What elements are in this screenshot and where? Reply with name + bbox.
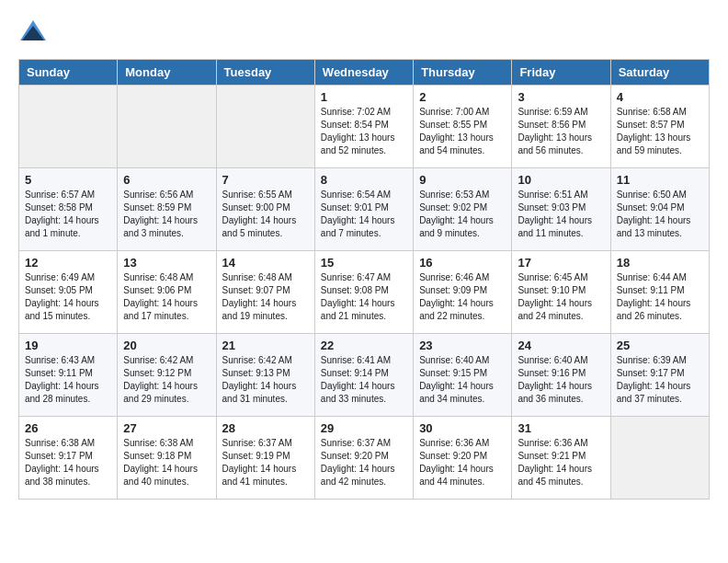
weekday-header-thursday: Thursday xyxy=(414,60,512,86)
day-number: 21 xyxy=(222,339,309,352)
calendar-cell: 1Sunrise: 7:02 AM Sunset: 8:54 PM Daylig… xyxy=(314,86,413,168)
weekday-header-friday: Friday xyxy=(512,60,610,86)
day-info: Sunrise: 7:00 AM Sunset: 8:55 PM Dayligh… xyxy=(419,106,506,157)
day-info: Sunrise: 6:58 AM Sunset: 8:57 PM Dayligh… xyxy=(617,106,703,157)
calendar-cell: 16Sunrise: 6:46 AM Sunset: 9:09 PM Dayli… xyxy=(414,251,512,334)
weekday-header-monday: Monday xyxy=(118,60,216,86)
day-number: 25 xyxy=(617,339,703,352)
day-number: 17 xyxy=(518,256,604,270)
calendar-cell: 14Sunrise: 6:48 AM Sunset: 9:07 PM Dayli… xyxy=(216,251,314,334)
day-info: Sunrise: 6:48 AM Sunset: 9:07 PM Dayligh… xyxy=(222,271,309,323)
calendar-week-1: 1Sunrise: 7:02 AM Sunset: 8:54 PM Daylig… xyxy=(19,86,710,168)
day-info: Sunrise: 6:36 AM Sunset: 9:21 PM Dayligh… xyxy=(518,437,604,488)
day-number: 12 xyxy=(25,256,111,270)
calendar-cell xyxy=(118,86,216,168)
day-number: 5 xyxy=(25,173,111,187)
calendar-cell: 22Sunrise: 6:41 AM Sunset: 9:14 PM Dayli… xyxy=(314,334,413,417)
calendar-table: SundayMondayTuesdayWednesdayThursdayFrid… xyxy=(18,59,710,500)
calendar-cell xyxy=(216,86,314,168)
day-number: 8 xyxy=(321,173,407,187)
day-number: 4 xyxy=(617,90,703,104)
day-info: Sunrise: 6:44 AM Sunset: 9:11 PM Dayligh… xyxy=(617,271,703,323)
calendar-cell: 13Sunrise: 6:48 AM Sunset: 9:06 PM Dayli… xyxy=(118,251,216,334)
day-info: Sunrise: 6:39 AM Sunset: 9:17 PM Dayligh… xyxy=(617,354,703,406)
day-number: 24 xyxy=(518,339,604,352)
calendar-cell: 25Sunrise: 6:39 AM Sunset: 9:17 PM Dayli… xyxy=(610,334,709,417)
calendar-cell: 11Sunrise: 6:50 AM Sunset: 9:04 PM Dayli… xyxy=(610,168,709,251)
calendar-week-5: 26Sunrise: 6:38 AM Sunset: 9:17 PM Dayli… xyxy=(19,417,710,500)
calendar-cell: 21Sunrise: 6:42 AM Sunset: 9:13 PM Dayli… xyxy=(216,334,314,417)
day-info: Sunrise: 6:37 AM Sunset: 9:20 PM Dayligh… xyxy=(321,437,407,488)
calendar-week-4: 19Sunrise: 6:43 AM Sunset: 9:11 PM Dayli… xyxy=(19,334,710,417)
day-number: 14 xyxy=(222,256,309,270)
day-number: 20 xyxy=(123,339,210,352)
calendar-cell: 23Sunrise: 6:40 AM Sunset: 9:15 PM Dayli… xyxy=(414,334,512,417)
day-number: 23 xyxy=(419,339,506,352)
calendar-cell: 3Sunrise: 6:59 AM Sunset: 8:56 PM Daylig… xyxy=(512,86,610,168)
calendar-body: 1Sunrise: 7:02 AM Sunset: 8:54 PM Daylig… xyxy=(19,86,710,500)
day-number: 3 xyxy=(518,90,604,104)
day-number: 22 xyxy=(321,339,407,352)
calendar-cell: 18Sunrise: 6:44 AM Sunset: 9:11 PM Dayli… xyxy=(610,251,709,334)
weekday-header-row: SundayMondayTuesdayWednesdayThursdayFrid… xyxy=(19,60,710,86)
day-info: Sunrise: 6:37 AM Sunset: 9:19 PM Dayligh… xyxy=(222,437,309,488)
calendar-cell: 2Sunrise: 7:00 AM Sunset: 8:55 PM Daylig… xyxy=(414,86,512,168)
day-number: 1 xyxy=(321,90,407,104)
calendar-week-2: 5Sunrise: 6:57 AM Sunset: 8:58 PM Daylig… xyxy=(19,168,710,251)
day-info: Sunrise: 6:38 AM Sunset: 9:17 PM Dayligh… xyxy=(25,437,111,488)
day-info: Sunrise: 6:40 AM Sunset: 9:16 PM Dayligh… xyxy=(518,354,604,406)
day-number: 28 xyxy=(222,421,309,435)
calendar-cell: 7Sunrise: 6:55 AM Sunset: 9:00 PM Daylig… xyxy=(216,168,314,251)
day-info: Sunrise: 7:02 AM Sunset: 8:54 PM Dayligh… xyxy=(321,106,407,157)
day-info: Sunrise: 6:46 AM Sunset: 9:09 PM Dayligh… xyxy=(419,271,506,323)
day-info: Sunrise: 6:54 AM Sunset: 9:01 PM Dayligh… xyxy=(321,189,407,240)
day-number: 16 xyxy=(419,256,506,270)
day-info: Sunrise: 6:45 AM Sunset: 9:10 PM Dayligh… xyxy=(518,271,604,323)
calendar-cell: 4Sunrise: 6:58 AM Sunset: 8:57 PM Daylig… xyxy=(610,86,709,168)
day-info: Sunrise: 6:51 AM Sunset: 9:03 PM Dayligh… xyxy=(518,189,604,240)
weekday-header-wednesday: Wednesday xyxy=(314,60,413,86)
day-number: 27 xyxy=(123,421,210,435)
day-number: 29 xyxy=(321,421,407,435)
calendar-cell: 5Sunrise: 6:57 AM Sunset: 8:58 PM Daylig… xyxy=(19,168,118,251)
day-number: 6 xyxy=(123,173,210,187)
day-info: Sunrise: 6:41 AM Sunset: 9:14 PM Dayligh… xyxy=(321,354,407,406)
weekday-header-saturday: Saturday xyxy=(610,60,709,86)
day-info: Sunrise: 6:43 AM Sunset: 9:11 PM Dayligh… xyxy=(25,354,111,406)
calendar-cell: 31Sunrise: 6:36 AM Sunset: 9:21 PM Dayli… xyxy=(512,417,610,500)
calendar-cell: 24Sunrise: 6:40 AM Sunset: 9:16 PM Dayli… xyxy=(512,334,610,417)
day-number: 15 xyxy=(321,256,407,270)
day-info: Sunrise: 6:36 AM Sunset: 9:20 PM Dayligh… xyxy=(419,437,506,488)
day-number: 31 xyxy=(518,421,604,435)
calendar-cell: 15Sunrise: 6:47 AM Sunset: 9:08 PM Dayli… xyxy=(314,251,413,334)
day-number: 7 xyxy=(222,173,309,187)
day-number: 19 xyxy=(25,339,111,352)
day-number: 10 xyxy=(518,173,604,187)
day-number: 9 xyxy=(419,173,506,187)
calendar-cell: 8Sunrise: 6:54 AM Sunset: 9:01 PM Daylig… xyxy=(314,168,413,251)
day-info: Sunrise: 6:42 AM Sunset: 9:13 PM Dayligh… xyxy=(222,354,309,406)
day-info: Sunrise: 6:57 AM Sunset: 8:58 PM Dayligh… xyxy=(25,189,111,240)
day-info: Sunrise: 6:42 AM Sunset: 9:12 PM Dayligh… xyxy=(123,354,210,406)
day-number: 30 xyxy=(419,421,506,435)
day-info: Sunrise: 6:47 AM Sunset: 9:08 PM Dayligh… xyxy=(321,271,407,323)
day-number: 18 xyxy=(617,256,703,270)
calendar-cell: 20Sunrise: 6:42 AM Sunset: 9:12 PM Dayli… xyxy=(118,334,216,417)
calendar-week-3: 12Sunrise: 6:49 AM Sunset: 9:05 PM Dayli… xyxy=(19,251,710,334)
day-number: 26 xyxy=(25,421,111,435)
logo xyxy=(18,18,50,44)
weekday-header-sunday: Sunday xyxy=(19,60,118,86)
calendar-cell: 19Sunrise: 6:43 AM Sunset: 9:11 PM Dayli… xyxy=(19,334,118,417)
calendar-cell: 27Sunrise: 6:38 AM Sunset: 9:18 PM Dayli… xyxy=(118,417,216,500)
weekday-header-tuesday: Tuesday xyxy=(216,60,314,86)
day-info: Sunrise: 6:49 AM Sunset: 9:05 PM Dayligh… xyxy=(25,271,111,323)
day-info: Sunrise: 6:55 AM Sunset: 9:00 PM Dayligh… xyxy=(222,189,309,240)
day-info: Sunrise: 6:56 AM Sunset: 8:59 PM Dayligh… xyxy=(123,189,210,240)
day-info: Sunrise: 6:48 AM Sunset: 9:06 PM Dayligh… xyxy=(123,271,210,323)
day-info: Sunrise: 6:38 AM Sunset: 9:18 PM Dayligh… xyxy=(123,437,210,488)
calendar-cell xyxy=(610,417,709,500)
calendar-cell: 10Sunrise: 6:51 AM Sunset: 9:03 PM Dayli… xyxy=(512,168,610,251)
page-header xyxy=(18,18,710,44)
day-number: 2 xyxy=(419,90,506,104)
calendar-cell: 9Sunrise: 6:53 AM Sunset: 9:02 PM Daylig… xyxy=(414,168,512,251)
